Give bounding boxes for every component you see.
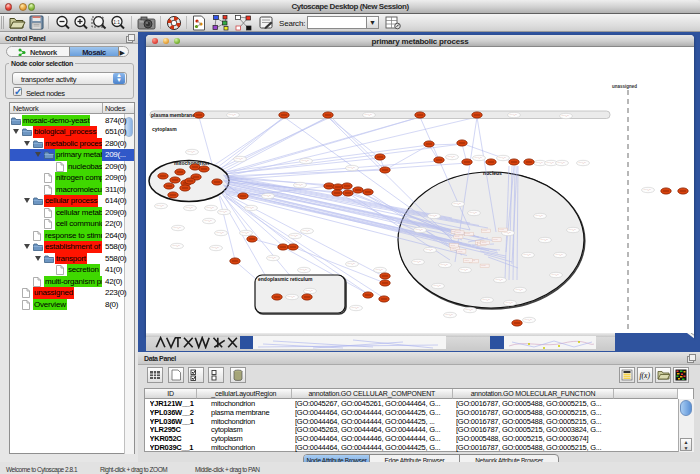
svg-text:·····: ····· (458, 250, 463, 254)
svg-text:····-··: ····-·· (365, 113, 372, 117)
svg-text:····-··: ····-·· (461, 268, 468, 272)
svg-text:·····: ····· (465, 259, 470, 263)
svg-text:····-··: ····-·· (644, 188, 651, 192)
svg-text:····-··: ····-·· (242, 231, 249, 235)
svg-text:endoplasmic reticulum: endoplasmic reticulum (258, 276, 313, 282)
svg-text:····-··: ····-·· (475, 156, 482, 160)
svg-text:·····: ····· (482, 229, 487, 233)
svg-text:1:1: 1:1 (113, 19, 120, 25)
svg-text:····-··: ····-·· (348, 262, 355, 266)
svg-text:····-··: ····-·· (466, 308, 473, 312)
svg-text:····-··: ····-·· (579, 161, 586, 165)
svg-text:····-··: ····-·· (247, 206, 254, 210)
svg-text:····-··: ····-·· (524, 253, 531, 257)
svg-text:····-··: ····-·· (441, 263, 448, 267)
svg-text:····-··: ····-·· (434, 284, 441, 288)
svg-text:····-··: ····-·· (376, 268, 383, 272)
svg-text:····-··: ····-·· (483, 298, 490, 302)
svg-text:·····: ····· (455, 235, 460, 239)
svg-text:·····: ····· (481, 264, 486, 268)
svg-text:····-··: ····-·· (302, 159, 309, 163)
svg-text:····-··: ····-·· (306, 289, 313, 293)
svg-text:f(x): f(x) (640, 371, 651, 380)
svg-text:····-··: ····-·· (541, 238, 548, 242)
svg-text:····-··: ····-·· (269, 256, 276, 260)
svg-text:····-··: ····-·· (186, 206, 193, 210)
svg-text:····-··: ····-·· (496, 278, 503, 282)
svg-text:····-··: ····-·· (454, 202, 461, 206)
svg-text:····-··: ····-·· (220, 210, 227, 214)
svg-text:····-··: ····-·· (506, 301, 513, 305)
svg-text:····-··: ····-·· (188, 150, 195, 154)
svg-text:····-··: ····-·· (516, 288, 523, 292)
svg-text:·····: ····· (493, 238, 498, 242)
svg-text:····-··: ····-·· (426, 248, 433, 252)
svg-text:····-··: ····-·· (416, 228, 423, 232)
svg-text:····-··: ····-·· (552, 273, 559, 277)
svg-text:····-··: ····-·· (236, 157, 243, 161)
svg-text:unassigned: unassigned (612, 84, 637, 89)
svg-text:cytoplasm: cytoplasm (152, 126, 177, 132)
svg-text:····-··: ····-·· (264, 194, 271, 198)
svg-text:····-··: ····-·· (536, 161, 543, 165)
svg-text:····-··: ····-·· (348, 166, 355, 170)
svg-text:····-··: ····-·· (352, 306, 359, 310)
svg-text:····-··: ····-·· (525, 318, 532, 322)
svg-text:····-··: ····-·· (470, 211, 477, 215)
svg-text:·····: ····· (465, 232, 470, 236)
svg-text:····-··: ····-·· (173, 244, 180, 248)
svg-text:····-··: ····-·· (547, 161, 554, 165)
svg-text:·····: ····· (482, 241, 487, 245)
svg-text:····-··: ····-·· (174, 226, 181, 230)
svg-text:····-··: ····-·· (217, 231, 224, 235)
svg-text:····-··: ····-·· (205, 219, 212, 223)
svg-text:····-··: ····-·· (556, 253, 563, 257)
svg-text:····-··: ····-·· (300, 268, 307, 272)
svg-text:····-··: ····-·· (446, 313, 453, 317)
svg-text:····-··: ····-·· (562, 114, 569, 118)
svg-text:····-··: ····-·· (303, 229, 310, 233)
svg-text:····-··: ····-·· (212, 246, 219, 250)
svg-text:····-··: ····-·· (291, 234, 298, 238)
svg-text:····-··: ····-·· (430, 214, 437, 218)
svg-text:····-··: ····-·· (510, 113, 517, 117)
svg-text:····-··: ····-·· (207, 206, 214, 210)
svg-text:····-··: ····-·· (229, 113, 236, 117)
svg-text:····-··: ····-·· (288, 295, 295, 299)
svg-text:·····: ····· (499, 228, 504, 232)
svg-text:plasma membrane: plasma membrane (151, 112, 195, 118)
svg-text:····-··: ····-·· (499, 156, 506, 160)
svg-text:····-··: ····-·· (296, 183, 303, 187)
svg-text:····-··: ····-·· (157, 204, 164, 208)
svg-text:····-··: ····-·· (558, 161, 565, 165)
svg-text:·····: ····· (450, 244, 455, 248)
svg-text:····-··: ····-·· (448, 155, 455, 159)
svg-text:····-··: ····-·· (536, 214, 543, 218)
svg-text:····-··: ····-·· (569, 228, 576, 232)
svg-text:·····: ····· (456, 231, 461, 235)
svg-text:····-··: ····-·· (414, 260, 421, 264)
